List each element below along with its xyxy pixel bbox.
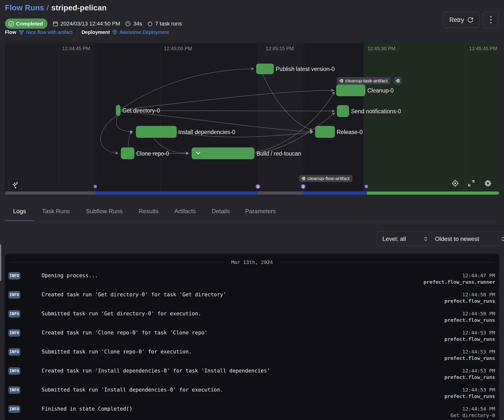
breadcrumb-flow-runs-link[interactable]: Flow Runs [5,3,44,12]
artifact-icon [396,79,400,83]
page-scrollbar[interactable] [0,244,1,281]
task-node-send-notifications[interactable] [337,105,349,117]
crosshair-icon[interactable] [451,179,459,187]
log-level-badge: INFO [8,405,20,413]
tab-task-runs[interactable]: Task Runs [42,208,70,215]
log-sort-select[interactable]: Oldest to newest [429,232,504,246]
flow-label: Flow [5,29,16,35]
tab-logs[interactable]: Logs [13,208,26,215]
flow-run-graph-canvas[interactable]: 12:44:45 PM 12:45:00 PM 12:45:15 PM 12:4… [5,43,499,191]
log-row: INFO Finished in state Completed() 12:44… [5,405,499,420]
divider-line [279,262,492,262]
log-date-label: Mar 13th, 2024 [231,259,273,265]
tab-details[interactable]: Details [212,208,230,215]
log-level-select[interactable]: Level: all [377,232,432,246]
log-message: Opening process... [42,272,98,279]
task-node-label: Release-0 [337,129,363,135]
flow-run-page: Flow Runs / striped-pelican Completed 20… [0,0,504,420]
log-row: INFO Created task run 'Get directory-0' … [5,291,499,310]
task-run-count: 7 task runs [147,21,182,27]
tab-parameters[interactable]: Parameters [245,208,276,215]
minimap-segment[interactable] [367,191,499,195]
task-node-label: Clone repo-0 [136,151,169,157]
log-time: 12:44:50 PM [444,291,495,298]
duration: 34s [125,21,142,27]
log-level-badge: INFO [8,329,20,337]
minimap-segment[interactable] [5,191,95,195]
log-message: Created task run 'Clone repo-0' for task… [42,329,207,336]
log-row: INFO Opening process... 12:44:47 PMprefe… [5,272,499,291]
graph-settings-gear-icon[interactable] [484,179,492,187]
clock-icon [125,21,131,27]
task-run-count-value: 7 task runs [155,21,182,27]
sparkles-button[interactable] [9,179,22,191]
task-node-release[interactable] [315,126,335,138]
more-actions-button[interactable] [483,12,499,28]
log-rows: INFO Opening process... 12:44:47 PMprefe… [5,272,499,420]
log-logger: prefect.flow_runs [444,336,495,342]
task-node-clone-repo[interactable] [121,147,134,159]
breadcrumb-separator: / [44,3,51,12]
flow-icon [19,30,24,35]
log-message: Finished in state Completed() [42,405,132,413]
status-badge-label: Completed [16,21,43,27]
log-message: Created task run 'Install dependencies-0… [42,367,270,374]
task-run-icon [147,21,153,27]
task-node-cleanup[interactable] [336,84,365,96]
deployment-link[interactable]: Awesome Deployment [120,29,169,35]
task-node-label: Publish latest version-0 [276,66,335,72]
subflow-node-label: Build / red-toucan [256,151,301,157]
subflow-node-build[interactable] [192,147,254,159]
extra-artifact-badge[interactable] [394,77,402,84]
event-marker[interactable] [365,185,368,188]
event-marker-count[interactable]: 2 [301,184,305,189]
sparkles-icon [12,182,19,189]
task-artifact-badge[interactable]: cleanup-task-artifact [337,77,391,84]
log-logger: prefect.flow_runs [444,355,495,361]
flow-artifact-badge[interactable]: cleanup-flow-artifact [299,175,353,182]
log-logger: prefect.flow_runs [444,298,495,304]
task-node-install-dependencies[interactable] [136,126,177,138]
event-marker-count[interactable]: 2 [256,184,260,189]
tab-artifacts[interactable]: Artifacts [174,208,196,215]
retry-refresh-icon [467,17,474,23]
log-level-badge: INFO [8,348,20,356]
minimap-segment[interactable] [95,191,258,195]
graph-edges [5,43,499,191]
log-logger: prefect.flow_runs [444,374,495,380]
log-logger: prefect.task_runs [444,419,495,420]
task-node-label: Send notifications-0 [351,109,401,114]
log-row: INFO Submitted task run 'Install depende… [5,386,499,405]
log-level-badge: INFO [8,367,20,375]
fullscreen-icon[interactable] [468,180,475,187]
log-time: 12:44:54 PM [444,406,495,412]
log-row: INFO Submitted task run 'Clone repo-0' f… [5,348,499,367]
check-square-icon [8,21,14,26]
retry-button[interactable]: Retry [443,12,480,28]
minimap-segment[interactable] [258,191,303,195]
task-artifact-badge-label: cleanup-task-artifact [345,78,388,84]
task-node-label: Get directory-0 [122,108,160,114]
log-row: INFO Created task run 'Clone repo-0' for… [5,329,499,348]
tab-results[interactable]: Results [139,208,158,215]
kebab-menu-icon [490,16,492,24]
log-task-name: Get directory-0 [444,412,495,419]
task-node-publish[interactable] [256,64,274,74]
log-message: Submitted task run 'Install dependencies… [42,386,223,394]
log-level-select-value: Level: all [382,235,406,242]
start-time-value: 2024/03/13 12:44:50 PM [61,21,120,27]
event-marker[interactable] [94,185,97,188]
flow-link[interactable]: Nice flow with artifact [26,29,73,35]
log-message: Submitted task run 'Clone repo-0' for ex… [42,348,192,355]
minimap-segment[interactable] [303,191,367,195]
artifact-icon [339,79,343,83]
log-logger: prefect.flow_runs [444,317,495,323]
tab-subflow-runs[interactable]: Subflow Runs [86,208,123,215]
log-row: INFO Submitted task run 'Get directory-0… [5,310,499,329]
log-date-divider: Mar 13th, 2024 [12,259,492,265]
task-node-get-directory[interactable] [116,105,121,116]
log-time: 12:44:53 PM [444,368,495,374]
chevron-down-icon[interactable] [196,152,201,155]
deployment-label: Deployment [81,29,110,35]
event-marker-count-label: 2 [257,185,259,188]
